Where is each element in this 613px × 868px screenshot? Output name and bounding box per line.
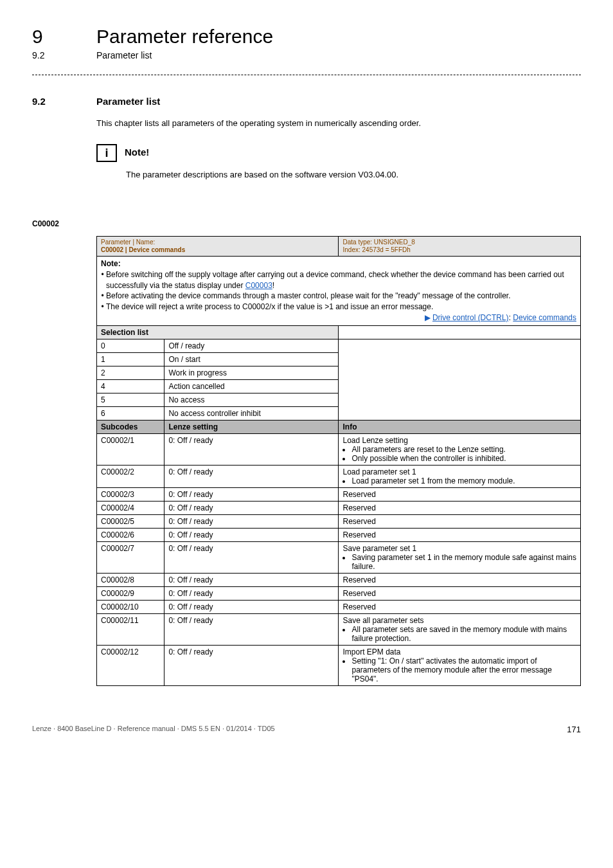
table-row: C00002/4 0: Off / ready Reserved [97, 501, 581, 514]
sel-idx-4: 5 [97, 393, 164, 406]
footer-page-number: 171 [567, 725, 581, 734]
param-note-heading: Note: [101, 259, 121, 268]
subcode-setting: 0: Off / ready [164, 541, 339, 573]
table-row: C00002/1 0: Off / ready Load Lenze setti… [97, 433, 581, 465]
param-note-bullet-0: Before switching off the supply voltage … [106, 269, 576, 291]
subcode-setting: 0: Off / ready [164, 586, 339, 600]
subcode-info-title: Save parameter set 1 [342, 544, 416, 553]
subcode-info-bullet: Setting "1: On / start" activates the au… [351, 656, 576, 683]
sel-idx-3: 4 [97, 379, 164, 393]
arrow-icon: ▶ [425, 313, 432, 322]
subcode-code: C00002/8 [97, 573, 164, 586]
subcode-code: C00002/12 [97, 645, 164, 685]
subcode-setting: 0: Off / ready [164, 514, 339, 528]
param-header-data-type: Data type: UNSIGNED_8 [342, 239, 414, 246]
sel-label-0: Off / ready [164, 339, 339, 352]
subcode-info-title: Save all parameter sets [342, 616, 423, 625]
divider [32, 75, 581, 75]
param-header-index: Index: 24573d = 5FFDh [342, 246, 410, 253]
subcode-code: C00002/11 [97, 613, 164, 645]
subcode-info: Reserved [339, 528, 581, 541]
subcode-setting: 0: Off / ready [164, 600, 339, 613]
subcodes-col2: Lenze setting [164, 420, 339, 433]
subcode-code: C00002/2 [97, 465, 164, 487]
sel-label-3: Action cancelled [164, 379, 339, 393]
subcode-code: C00002/4 [97, 501, 164, 514]
subcode-info: Reserved [339, 573, 581, 586]
sel-idx-2: 2 [97, 366, 164, 379]
subcode-info: Save parameter set 1 Saving parameter se… [339, 541, 581, 573]
table-row: C00002/3 0: Off / ready Reserved [97, 487, 581, 501]
sel-idx-5: 6 [97, 406, 164, 420]
subcode-code: C00002/10 [97, 600, 164, 613]
subcode-code: C00002/3 [97, 487, 164, 501]
chapter-title: Parameter reference [96, 26, 273, 48]
subcode-setting: 0: Off / ready [164, 528, 339, 541]
subcode-info-title: Load parameter set 1 [342, 467, 416, 476]
param-header-code-name: C00002 | Device commands [101, 246, 185, 253]
table-row: C00002/2 0: Off / ready Load parameter s… [97, 465, 581, 487]
table-row: C00002/6 0: Off / ready Reserved [97, 528, 581, 541]
subcode-info: Import EPM data Setting "1: On / start" … [339, 645, 581, 685]
sel-label-4: No access [164, 393, 339, 406]
subcode-setting: 0: Off / ready [164, 433, 339, 465]
sel-label-5: No access controller inhibit [164, 406, 339, 420]
note-text: The parameter descriptions are based on … [126, 168, 581, 181]
subcode-info: Reserved [339, 586, 581, 600]
subcode-setting: 0: Off / ready [164, 613, 339, 645]
subcode-info-bullet: Only possible when the controller is inh… [351, 454, 576, 463]
section-intro: This chapter lists all parameters of the… [96, 117, 581, 130]
subcode-setting: 0: Off / ready [164, 645, 339, 685]
param-note-bullet-0-text: Before switching off the supply voltage … [106, 270, 564, 290]
note-label: Note! [125, 144, 149, 158]
table-row: C00002/7 0: Off / ready Save parameter s… [97, 541, 581, 573]
subcode-code: C00002/9 [97, 586, 164, 600]
table-row: C00002/8 0: Off / ready Reserved [97, 573, 581, 586]
subcode-info: Load Lenze setting All parameters are re… [339, 433, 581, 465]
subcode-info-bullet: Saving parameter set 1 in the memory mod… [351, 553, 576, 571]
subcode-code: C00002/7 [97, 541, 164, 573]
subcode-info: Reserved [339, 487, 581, 501]
section-title: Parameter list [96, 96, 160, 107]
param-header-left-label: Parameter | Name: [101, 239, 155, 246]
selection-list-header: Selection list [97, 325, 339, 339]
subcode-info-title: Import EPM data [342, 647, 400, 656]
table-row: C00002/5 0: Off / ready Reserved [97, 514, 581, 528]
subcode-code: C00002/5 [97, 514, 164, 528]
sel-idx-0: 0 [97, 339, 164, 352]
subcode-setting: 0: Off / ready [164, 573, 339, 586]
table-row: C00002/11 0: Off / ready Save all parame… [97, 613, 581, 645]
table-row: C00002/9 0: Off / ready Reserved [97, 586, 581, 600]
selection-list-right-empty [339, 339, 581, 420]
subcode-setting: 0: Off / ready [164, 501, 339, 514]
subcode-setting: 0: Off / ready [164, 465, 339, 487]
param-note-bullet-2: The device will reject a write process t… [106, 302, 576, 312]
subcode-code: C00002/1 [97, 433, 164, 465]
sel-label-2: Work in progress [164, 366, 339, 379]
subcode-info-bullet: Load parameter set 1 from the memory mod… [351, 476, 576, 485]
subcode-info-bullet: All parameters are reset to the Lenze se… [351, 445, 576, 454]
chapter-number: 9 [32, 26, 77, 48]
link-device-commands[interactable]: Device commands [513, 313, 576, 322]
subcodes-col1: Subcodes [97, 420, 164, 433]
section-number: 9.2 [32, 96, 77, 107]
subcode-setting: 0: Off / ready [164, 487, 339, 501]
param-table: Parameter | Name: C00002 | Device comman… [96, 236, 581, 686]
subcode-info-bullet: All parameter sets are saved in the memo… [351, 625, 576, 643]
subcodes-col3: Info [339, 420, 581, 433]
subcode-info: Load parameter set 1 Load parameter set … [339, 465, 581, 487]
header-section-number: 9.2 [32, 50, 77, 60]
selection-list-empty [339, 325, 581, 339]
sel-idx-1: 1 [97, 352, 164, 366]
subcode-code: C00002/6 [97, 528, 164, 541]
footer-left: Lenze · 8400 BaseLine D · Reference manu… [32, 725, 275, 734]
link-c00003[interactable]: C00003 [245, 281, 272, 290]
header-section-title: Parameter list [96, 50, 152, 60]
param-anchor: C00002 [32, 219, 581, 228]
param-note-bullet-1: Before activating the device commands th… [106, 291, 576, 302]
table-row: C00002/12 0: Off / ready Import EPM data… [97, 645, 581, 685]
subcode-info: Reserved [339, 514, 581, 528]
link-drive-control[interactable]: Drive control (DCTRL) [432, 313, 509, 322]
subcode-info: Reserved [339, 501, 581, 514]
info-icon: i [96, 144, 117, 162]
